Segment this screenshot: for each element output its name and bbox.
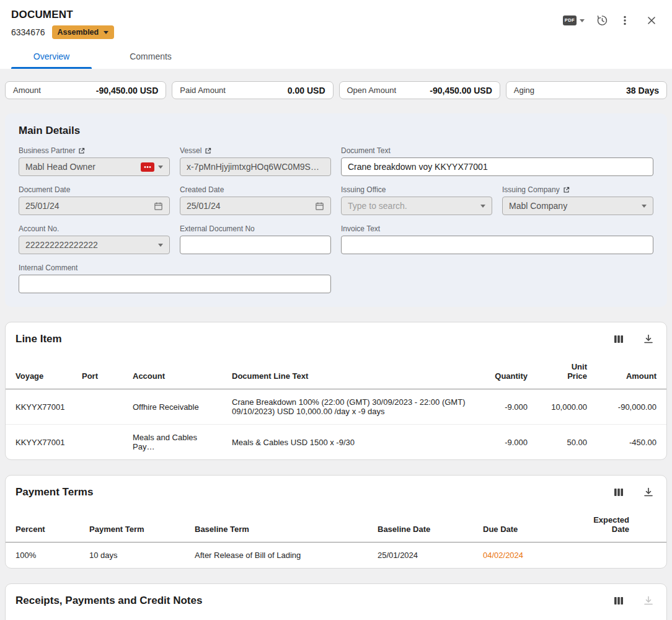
summary-label: Paid Amount <box>180 86 226 95</box>
cell-amount: -450.00 <box>595 425 666 460</box>
account-no-value: 222222222222222 <box>25 240 154 250</box>
chevron-down-icon <box>158 166 163 169</box>
line-item-card: Line Item Vo <box>5 322 667 460</box>
cell-quantity: -9.000 <box>479 425 535 460</box>
cell-payment-term: 10 days <box>82 542 187 569</box>
invoice-text-label: Invoice Text <box>341 224 653 233</box>
download-icon <box>643 487 654 498</box>
external-link-icon[interactable] <box>205 148 211 154</box>
summary-card-amount: Amount -90,450.00 USD <box>5 81 166 99</box>
history-icon <box>596 14 608 27</box>
table-row: KKYYX77001 Offhire Receivable Crane Brea… <box>6 389 666 425</box>
summary-value: 0.00 USD <box>288 86 325 95</box>
receipts-card: Receipts, Payments and Credit Notes <box>5 583 667 620</box>
receipts-table: Document No Document Date Document Type … <box>6 618 666 620</box>
document-date-input: 25/01/24 <box>19 197 170 215</box>
main-details-title: Main Details <box>19 125 653 137</box>
cell-baseline-date: 25/01/2024 <box>370 542 475 569</box>
chevron-down-icon <box>580 19 585 22</box>
business-partner-select: Mabl Head Owner <box>19 157 170 176</box>
download-button[interactable] <box>642 332 655 346</box>
column-settings-button[interactable] <box>612 485 626 499</box>
chevron-down-icon <box>642 205 647 208</box>
tab-comments[interactable]: Comments <box>110 45 191 69</box>
column-header-voyage: Voyage <box>6 351 74 389</box>
field-label-text: External Document No <box>180 224 255 233</box>
line-item-table: Voyage Port Account Document Line Text Q… <box>6 351 666 459</box>
summary-label: Aging <box>514 86 534 95</box>
close-button[interactable] <box>645 14 658 27</box>
field-document-text: Document Text <box>341 146 653 176</box>
account-no-select: 222222222222222 <box>19 236 170 254</box>
download-button[interactable] <box>642 485 655 499</box>
vessel-value: x-7pMnHjyjimtxgHOq6WC0M9SNft… <box>187 162 324 172</box>
column-header-expected-date: Expected Date <box>568 504 666 542</box>
table-header-row: Document No Document Date Document Type … <box>6 618 666 620</box>
external-link-icon[interactable] <box>78 148 85 154</box>
column-header-amount: Amount <box>592 618 666 620</box>
internal-comment-input[interactable] <box>19 275 331 293</box>
column-settings-button[interactable] <box>612 594 626 608</box>
cell-account: Offhire Receivable <box>125 389 224 425</box>
summary-card-open-amount: Open Amount -90,450.00 USD <box>339 81 500 99</box>
document-date-label: Document Date <box>19 185 170 194</box>
field-label-text: Issuing Office <box>341 185 386 194</box>
tab-bar: Overview Comments <box>11 45 661 69</box>
page-title: DOCUMENT <box>11 9 114 21</box>
field-label-text: Business Partner <box>19 146 75 155</box>
column-header-document-no: Document No <box>106 618 251 620</box>
cell-port <box>74 389 125 425</box>
column-header-percent: Percent <box>6 504 82 542</box>
payment-terms-title: Payment Terms <box>15 486 93 498</box>
more-options-button[interactable] <box>617 13 632 28</box>
cell-account: Meals and Cables Pay… <box>125 425 224 460</box>
field-issuing-office: Issuing Office Type to search. <box>341 185 492 215</box>
columns-icon <box>613 334 624 345</box>
document-text-input[interactable] <box>341 157 653 176</box>
external-document-no-label: External Document No <box>180 224 331 233</box>
cell-due-date: 04/02/2024 <box>475 542 568 569</box>
cell-unit-price: 50.00 <box>535 425 595 460</box>
history-button[interactable] <box>594 12 610 29</box>
columns-icon <box>613 595 624 606</box>
line-item-title: Line Item <box>15 333 62 345</box>
external-link-icon[interactable] <box>563 187 570 193</box>
field-internal-comment: Internal Comment <box>19 264 331 293</box>
field-external-document-no: External Document No <box>180 224 331 254</box>
chevron-down-icon <box>480 205 485 208</box>
cell-line-text: Crane Breakdown 100% (22:00 (GMT) 30/09/… <box>224 389 479 425</box>
invoice-text-input[interactable] <box>341 236 653 254</box>
column-header-port: Port <box>74 351 125 389</box>
pdf-export-button[interactable]: PDF <box>561 14 586 27</box>
calendar-icon <box>154 202 163 211</box>
column-header-document-line-text: Document Line Text <box>224 351 479 389</box>
column-header-quantity: Quantity <box>479 351 535 389</box>
main-details-panel: Main Details Business Partner Mabl Head … <box>5 113 667 307</box>
columns-icon <box>613 487 624 498</box>
issuing-company-select: Mabl Company <box>502 197 653 215</box>
tab-comments-label: Comments <box>130 51 172 61</box>
field-label-text: Invoice Text <box>341 224 380 233</box>
field-label-text: Issuing Company <box>502 185 560 194</box>
column-settings-button[interactable] <box>612 332 626 346</box>
status-badge-label: Assembled <box>58 28 99 37</box>
summary-label: Open Amount <box>347 86 397 95</box>
status-badge[interactable]: Assembled <box>52 25 115 39</box>
field-issuing-company: Issuing Company Mabl Company <box>502 185 653 215</box>
column-header-payment-term: Payment Term <box>82 504 187 542</box>
external-document-no-input[interactable] <box>180 236 331 254</box>
cell-percent: 100% <box>6 542 82 569</box>
cell-unit-price: 10,000.00 <box>535 389 595 425</box>
created-date-value: 25/01/24 <box>187 201 311 211</box>
field-invoice-text: Invoice Text <box>341 224 653 254</box>
download-icon <box>643 595 654 606</box>
summary-value: 38 Days <box>626 86 659 95</box>
summary-card-aging: Aging 38 Days <box>506 81 667 99</box>
field-account-no: Account No. 222222222222222 <box>19 224 170 254</box>
column-header-unit-price: Unit Price <box>535 351 595 389</box>
pdf-icon: PDF <box>563 16 577 25</box>
field-business-partner: Business Partner Mabl Head Owner <box>19 146 170 176</box>
document-header: DOCUMENT 6334676 Assembled PDF <box>0 0 672 69</box>
tab-overview[interactable]: Overview <box>11 45 92 69</box>
download-button-disabled <box>642 594 655 608</box>
